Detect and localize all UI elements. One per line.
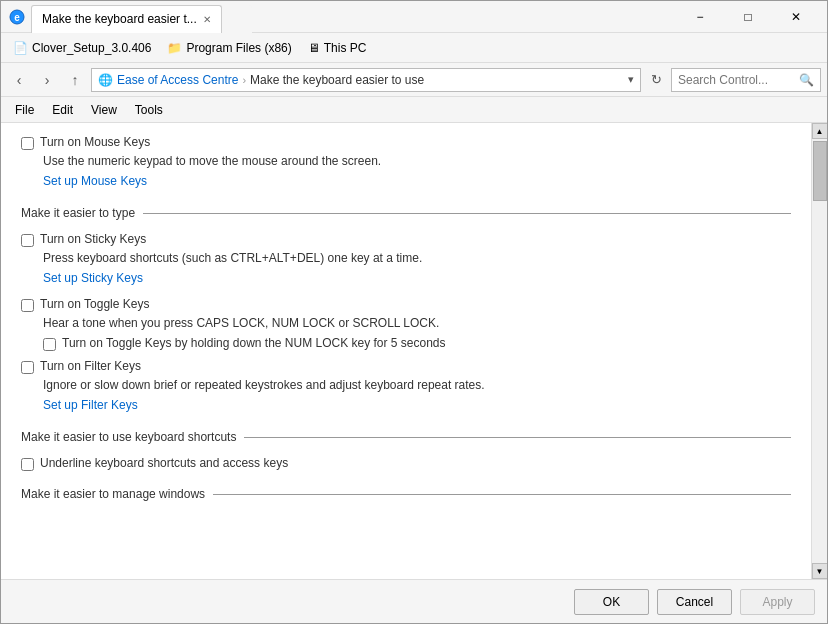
search-bar[interactable]: 🔍 (671, 68, 821, 92)
sticky-keys-description: Press keyboard shortcuts (such as CTRL+A… (43, 251, 791, 265)
bookmark-clover[interactable]: 📄 Clover_Setup_3.0.406 (7, 39, 157, 57)
refresh-button[interactable]: ↻ (645, 69, 667, 91)
mouse-keys-description: Use the numeric keypad to move the mouse… (43, 154, 791, 168)
menu-bar: File Edit View Tools (1, 97, 827, 123)
browser-tab[interactable]: Make the keyboard easier t... ✕ (31, 5, 222, 33)
setup-mouse-keys-link[interactable]: Set up Mouse Keys (43, 174, 147, 188)
menu-tools[interactable]: Tools (127, 100, 171, 120)
scrollbar-up-button[interactable]: ▲ (812, 123, 828, 139)
filter-keys-checkbox[interactable] (21, 361, 34, 374)
address-icon: 🌐 (98, 73, 113, 87)
tab-close-icon[interactable]: ✕ (203, 14, 211, 25)
ok-button[interactable]: OK (574, 589, 649, 615)
mouse-keys-checkbox[interactable] (21, 137, 34, 150)
underline-keys-checkbox[interactable] (21, 458, 34, 471)
section-header-windows-line (213, 494, 791, 495)
filter-keys-label[interactable]: Turn on Filter Keys (40, 359, 141, 373)
window-controls: − □ ✕ (677, 2, 819, 32)
menu-edit[interactable]: Edit (44, 100, 81, 120)
menu-file[interactable]: File (7, 100, 42, 120)
sticky-keys-section: Turn on Sticky Keys Press keyboard short… (21, 232, 791, 297)
setup-sticky-keys-link[interactable]: Set up Sticky Keys (43, 271, 143, 285)
up-button[interactable]: ↑ (63, 68, 87, 92)
underline-keys-section: Underline keyboard shortcuts and access … (21, 456, 791, 471)
filter-keys-row: Turn on Filter Keys (21, 359, 791, 374)
new-tab[interactable] (222, 5, 252, 33)
mouse-keys-section: Turn on Mouse Keys Use the numeric keypa… (21, 135, 791, 200)
scrollbar-down-button[interactable]: ▼ (812, 563, 828, 579)
bookmark-this-pc[interactable]: 🖥 This PC (302, 39, 373, 57)
content-scroll[interactable]: Turn on Mouse Keys Use the numeric keypa… (1, 123, 811, 579)
search-input[interactable] (678, 73, 795, 87)
toggle-keys-description: Hear a tone when you press CAPS LOCK, NU… (43, 316, 791, 330)
apply-button[interactable]: Apply (740, 589, 815, 615)
toggle-keys-row: Turn on Toggle Keys (21, 297, 791, 312)
breadcrumb: Ease of Access Centre › Make the keyboar… (117, 73, 424, 87)
scrollbar-thumb[interactable] (813, 141, 827, 201)
bookmark-program-files-label: Program Files (x86) (186, 41, 291, 55)
scrollbar[interactable]: ▲ ▼ (811, 123, 827, 579)
underline-keys-label[interactable]: Underline keyboard shortcuts and access … (40, 456, 288, 470)
toggle-keys-section: Turn on Toggle Keys Hear a tone when you… (21, 297, 791, 351)
mouse-keys-label[interactable]: Turn on Mouse Keys (40, 135, 150, 149)
setup-filter-keys-link[interactable]: Set up Filter Keys (43, 398, 138, 412)
window-icon: e (9, 9, 25, 25)
section-header-typing: Make it easier to type (21, 206, 791, 220)
filter-keys-section: Turn on Filter Keys Ignore or slow down … (21, 359, 791, 424)
forward-button[interactable]: › (35, 68, 59, 92)
menu-view[interactable]: View (83, 100, 125, 120)
back-button[interactable]: ‹ (7, 68, 31, 92)
section-header-typing-text: Make it easier to type (21, 206, 135, 220)
computer-icon: 🖥 (308, 41, 320, 55)
section-header-shortcuts-text: Make it easier to use keyboard shortcuts (21, 430, 236, 444)
nav-bar: ‹ › ↑ 🌐 Ease of Access Centre › Make the… (1, 63, 827, 97)
filter-keys-description: Ignore or slow down brief or repeated ke… (43, 378, 791, 392)
search-icon: 🔍 (799, 73, 814, 87)
toggle-keys-label[interactable]: Turn on Toggle Keys (40, 297, 149, 311)
breadcrumb-current: Make the keyboard easier to use (250, 73, 424, 87)
folder-icon: 📁 (167, 41, 182, 55)
toggle-keys-sub-row: Turn on Toggle Keys by holding down the … (43, 336, 791, 351)
mouse-keys-row: Turn on Mouse Keys (21, 135, 791, 150)
close-button[interactable]: ✕ (773, 2, 819, 32)
main-window: e Make the keyboard easier t... ✕ − □ ✕ … (0, 0, 828, 624)
file-icon: 📄 (13, 41, 28, 55)
section-header-windows: Make it easier to manage windows (21, 487, 791, 501)
maximize-button[interactable]: □ (725, 2, 771, 32)
sticky-keys-label[interactable]: Turn on Sticky Keys (40, 232, 146, 246)
toggle-keys-sub-label[interactable]: Turn on Toggle Keys by holding down the … (62, 336, 446, 350)
bookmark-this-pc-label: This PC (324, 41, 367, 55)
address-dropdown-button[interactable]: ▾ (628, 73, 634, 86)
section-header-shortcuts: Make it easier to use keyboard shortcuts (21, 430, 791, 444)
section-header-shortcuts-line (244, 437, 791, 438)
button-bar: OK Cancel Apply (1, 579, 827, 623)
section-header-line (143, 213, 791, 214)
content-area: Turn on Mouse Keys Use the numeric keypa… (1, 123, 827, 579)
toggle-keys-sub-checkbox[interactable] (43, 338, 56, 351)
minimize-button[interactable]: − (677, 2, 723, 32)
title-bar: e Make the keyboard easier t... ✕ − □ ✕ (1, 1, 827, 33)
sticky-keys-checkbox[interactable] (21, 234, 34, 247)
bookmark-clover-label: Clover_Setup_3.0.406 (32, 41, 151, 55)
breadcrumb-separator: › (242, 74, 246, 86)
sticky-keys-row: Turn on Sticky Keys (21, 232, 791, 247)
address-bar[interactable]: 🌐 Ease of Access Centre › Make the keybo… (91, 68, 641, 92)
bookmark-program-files[interactable]: 📁 Program Files (x86) (161, 39, 297, 57)
cancel-button[interactable]: Cancel (657, 589, 732, 615)
bookmarks-bar: 📄 Clover_Setup_3.0.406 📁 Program Files (… (1, 33, 827, 63)
toggle-keys-checkbox[interactable] (21, 299, 34, 312)
breadcrumb-ease-of-access[interactable]: Ease of Access Centre (117, 73, 238, 87)
underline-keys-row: Underline keyboard shortcuts and access … (21, 456, 791, 471)
svg-text:e: e (14, 12, 20, 23)
section-header-windows-text: Make it easier to manage windows (21, 487, 205, 501)
tab-label: Make the keyboard easier t... (42, 12, 197, 26)
